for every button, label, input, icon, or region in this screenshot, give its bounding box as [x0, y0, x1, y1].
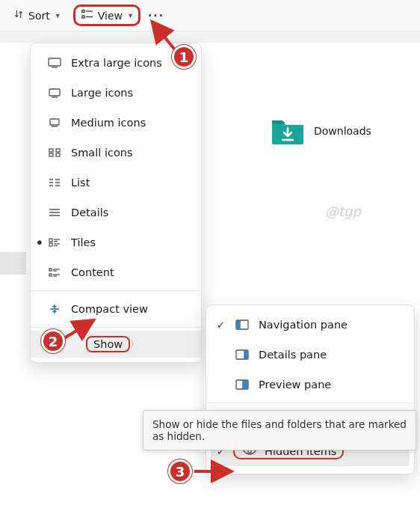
menu-label: Compact view [71, 303, 194, 315]
pane-icon [233, 319, 251, 330]
svg-rect-9 [50, 119, 59, 125]
sort-icon [13, 9, 24, 22]
svg-rect-2 [82, 16, 84, 18]
medium-icon [44, 118, 65, 127]
pane-icon [233, 379, 251, 390]
check-icon: ✓ [217, 319, 233, 331]
folder-icon [271, 116, 305, 146]
folder-downloads[interactable]: Downloads [271, 116, 371, 146]
sort-label: Sort [28, 10, 50, 22]
menu-tiles[interactable]: • Tiles [31, 227, 201, 257]
arrow-2 [61, 317, 106, 347]
extra-large-icon [44, 58, 65, 68]
svg-rect-11 [49, 149, 53, 152]
menu-label: Tiles [71, 236, 194, 248]
list-icon [44, 178, 65, 187]
svg-rect-33 [49, 274, 52, 276]
sort-button[interactable]: Sort ▾ [7, 6, 66, 25]
svg-rect-14 [56, 153, 60, 156]
submenu-navigation-pane[interactable]: ✓ Navigation pane [206, 310, 414, 340]
svg-rect-13 [49, 153, 53, 156]
content-area: Downloads @tgp Extra large icons Large i… [0, 43, 420, 522]
small-icon [44, 148, 65, 157]
menu-label: Content [71, 266, 194, 278]
tiles-icon [44, 238, 65, 247]
view-label: View [98, 10, 123, 22]
menu-label: Small icons [71, 147, 194, 159]
svg-rect-30 [49, 269, 52, 271]
menu-small-icons[interactable]: Small icons [31, 138, 201, 168]
details-icon [44, 208, 65, 217]
tooltip: Show or hide the files and folders that … [143, 410, 416, 450]
toolbar: Sort ▾ View ▾ ··· [0, 0, 420, 31]
pane-icon [233, 349, 251, 360]
menu-label: Large icons [71, 87, 194, 99]
menu-label: List [71, 177, 194, 189]
svg-rect-5 [49, 58, 61, 66]
svg-rect-42 [244, 350, 248, 359]
selection-strip [0, 252, 26, 275]
submenu-details-pane[interactable]: Details pane [206, 340, 414, 370]
svg-rect-7 [49, 89, 60, 96]
arrow-3 [193, 464, 238, 479]
content-icon [44, 268, 65, 277]
svg-rect-0 [82, 10, 84, 13]
bullet-icon: • [35, 233, 44, 251]
svg-line-48 [64, 322, 91, 338]
submenu-label: Details pane [259, 349, 327, 361]
submenu-label: Preview pane [259, 379, 331, 391]
separator [31, 290, 201, 291]
menu-large-icons[interactable]: Large icons [31, 78, 201, 108]
view-menu: Extra large icons Large icons Medium ico… [30, 43, 202, 363]
svg-rect-39 [236, 320, 240, 329]
watermark: @tgp [325, 204, 361, 219]
menu-label: Medium icons [71, 117, 194, 129]
svg-rect-27 [49, 243, 52, 246]
menu-content[interactable]: Content [31, 257, 201, 287]
folder-label: Downloads [314, 125, 371, 137]
menu-medium-icons[interactable]: Medium icons [31, 108, 201, 138]
svg-line-47 [154, 24, 176, 52]
annotation-1: 1 [172, 45, 196, 69]
svg-rect-45 [243, 380, 248, 389]
annotation-3: 3 [168, 459, 192, 483]
chevron-right-icon: 〉 [130, 338, 139, 351]
submenu-preview-pane[interactable]: Preview pane [206, 370, 414, 400]
view-button[interactable]: View ▾ [73, 4, 140, 26]
chevron-down-icon: ▾ [56, 11, 60, 19]
large-icon [44, 88, 65, 98]
separator [206, 403, 414, 403]
svg-rect-12 [56, 149, 60, 152]
menu-compact-view[interactable]: Compact view [31, 294, 201, 324]
menu-list[interactable]: List [31, 168, 201, 198]
compact-icon [44, 304, 65, 314]
submenu-label: Navigation pane [259, 319, 348, 331]
menu-label: Details [71, 207, 194, 218]
annotation-2: 2 [41, 329, 65, 353]
chevron-down-icon: ▾ [129, 11, 132, 19]
svg-rect-24 [49, 239, 52, 242]
view-icon [81, 9, 93, 22]
divider [0, 31, 420, 43]
menu-details[interactable]: Details [31, 198, 201, 227]
separator [31, 327, 201, 328]
